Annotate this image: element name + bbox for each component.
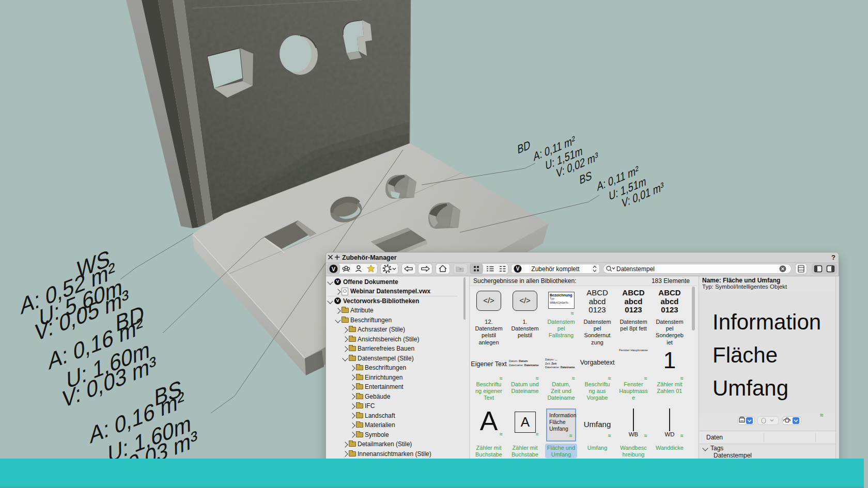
svg-text:V: V xyxy=(516,266,520,272)
svg-text:Zubehör-Manager: Zubehör-Manager xyxy=(342,254,397,261)
svg-text:Zubehör komplett: Zubehör komplett xyxy=(531,265,580,273)
svg-text:V: V xyxy=(332,266,336,272)
svg-text:?: ? xyxy=(831,254,835,261)
svg-text:Datenstempel: Datenstempel xyxy=(616,265,655,273)
